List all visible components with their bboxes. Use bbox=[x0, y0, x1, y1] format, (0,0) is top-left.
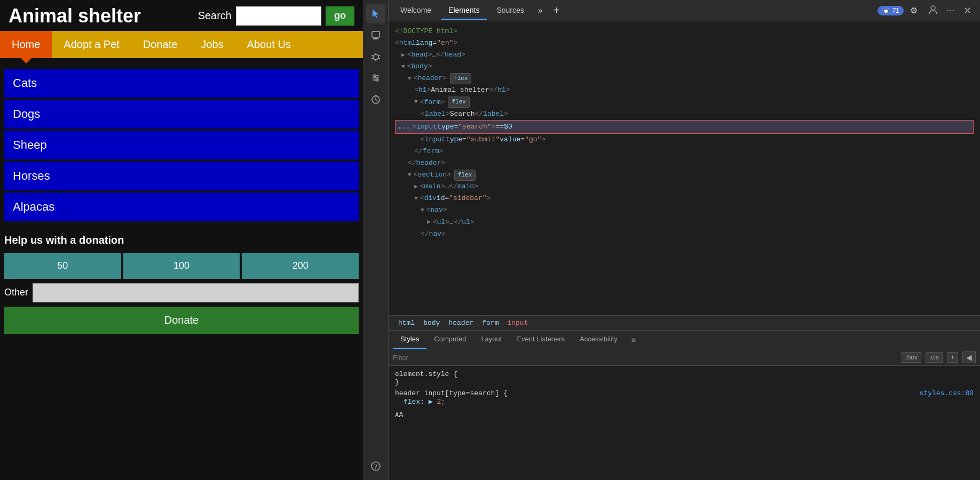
tab-styles[interactable]: Styles bbox=[393, 331, 426, 349]
dom-nav[interactable]: ▼ <nav> bbox=[395, 204, 974, 216]
header-input-flex-prop: flex: ▶ 2; bbox=[395, 397, 974, 406]
header-input-header: header input[type=search] { styles.css:8… bbox=[395, 389, 974, 397]
svg-line-5 bbox=[372, 55, 373, 56]
more-tabs-button[interactable]: » bbox=[534, 4, 547, 18]
svg-text:?: ? bbox=[374, 462, 377, 470]
force-style-button[interactable]: ◀ bbox=[962, 351, 976, 363]
add-style-button[interactable]: + bbox=[947, 352, 958, 363]
add-tab-button[interactable]: + bbox=[549, 2, 564, 19]
donation-200-button[interactable]: 200 bbox=[242, 253, 359, 279]
breadcrumb-form[interactable]: form bbox=[479, 318, 502, 328]
svg-rect-0 bbox=[372, 31, 380, 37]
svg-point-14 bbox=[376, 79, 378, 81]
donate-button[interactable]: Donate bbox=[4, 307, 359, 334]
svg-point-23 bbox=[931, 6, 935, 10]
dom-form[interactable]: ▼ <form> flex bbox=[395, 97, 974, 108]
nav-item-jobs[interactable]: Jobs bbox=[189, 31, 235, 58]
svg-line-8 bbox=[378, 58, 380, 59]
dom-head[interactable]: ▶ <head> … </head> bbox=[395, 49, 974, 61]
nav-item-about[interactable]: About Us bbox=[235, 31, 303, 58]
svg-point-13 bbox=[374, 75, 376, 77]
svg-line-6 bbox=[378, 55, 380, 56]
settings-icon[interactable]: ⚙ bbox=[906, 3, 922, 18]
breadcrumb-header[interactable]: header bbox=[445, 318, 477, 328]
breadcrumb-body[interactable]: body bbox=[420, 318, 443, 328]
dom-input-selected[interactable]: ... <input type="search" > == $0 bbox=[395, 120, 974, 134]
styles-tabs: Styles Computed Layout Event Listeners A… bbox=[389, 331, 980, 349]
tab-computed[interactable]: Computed bbox=[426, 331, 473, 349]
donation-buttons: 50 100 200 bbox=[4, 253, 359, 279]
dom-doctype[interactable]: <!DOCTYPE html> bbox=[395, 26, 974, 37]
dom-input-submit[interactable]: <input type="submit" value="go" > bbox=[395, 134, 974, 146]
dom-tree: <!DOCTYPE html> <html lang="en" > ▶ <hea… bbox=[389, 21, 980, 315]
donation-section: Help us with a donation 50 100 200 Other… bbox=[4, 234, 359, 334]
bug-icon[interactable] bbox=[366, 47, 385, 66]
styles-filter-bar: :hov .cls + ◀ bbox=[389, 349, 980, 366]
devtools-main: Welcome Elements Sources » + 💬 71 ⚙ ⋯ bbox=[389, 0, 980, 480]
donation-50-button[interactable]: 50 bbox=[4, 253, 121, 279]
nav-item-home[interactable]: Home bbox=[0, 31, 52, 58]
dom-label[interactable]: <label> Search </label> bbox=[395, 108, 974, 120]
devtools-panel: ? Welcome Elements Sources » + 💬 71 ⚙ bbox=[363, 0, 980, 480]
help-icon[interactable]: ? bbox=[366, 457, 385, 476]
timer-icon[interactable] bbox=[366, 90, 385, 109]
animal-item-sheep[interactable]: Sheep bbox=[4, 131, 359, 159]
customize-icon[interactable] bbox=[366, 68, 385, 87]
cls-filter-button[interactable]: .cls bbox=[926, 352, 943, 363]
website-panel: Animal shelter Search go Home Adopt a Pe… bbox=[0, 0, 363, 480]
site-header: Animal shelter Search go bbox=[0, 0, 363, 27]
aa-indicator: AA bbox=[395, 410, 974, 419]
inspect-icon[interactable] bbox=[366, 26, 385, 45]
search-submit-button[interactable]: go bbox=[326, 6, 354, 26]
dom-header-close[interactable]: </header> bbox=[395, 157, 974, 169]
dom-body[interactable]: ▼ <body> bbox=[395, 61, 974, 73]
styles-filter-input[interactable] bbox=[393, 354, 897, 362]
dom-html[interactable]: <html lang="en" > bbox=[395, 37, 974, 49]
svg-line-7 bbox=[372, 58, 373, 59]
breadcrumb-bar: html body header form input bbox=[389, 315, 980, 331]
dom-section[interactable]: ▼ <section> flex bbox=[395, 169, 974, 181]
other-label: Other bbox=[4, 287, 28, 298]
nav-item-donate[interactable]: Donate bbox=[131, 31, 189, 58]
svg-point-3 bbox=[373, 54, 378, 60]
close-devtools-button[interactable]: ✕ bbox=[959, 3, 976, 19]
svg-line-17 bbox=[376, 100, 377, 101]
animal-list: Cats Dogs Sheep Horses Alpacas bbox=[4, 69, 359, 221]
tab-elements[interactable]: Elements bbox=[441, 2, 487, 20]
search-input[interactable] bbox=[236, 6, 321, 26]
dom-main[interactable]: ▶ <main> … </main> bbox=[395, 181, 974, 193]
dom-form-close[interactable]: </form> bbox=[395, 146, 974, 157]
cursor-icon[interactable] bbox=[366, 4, 385, 23]
dom-nav-close[interactable]: </nav> bbox=[395, 228, 974, 240]
dom-ul[interactable]: ▶ <ul> … </ul> bbox=[395, 217, 974, 228]
user-icon[interactable] bbox=[924, 3, 942, 19]
nav-item-adopt[interactable]: Adopt a Pet bbox=[52, 31, 131, 58]
breadcrumb-html[interactable]: html bbox=[395, 318, 418, 328]
element-style-close: } bbox=[395, 378, 974, 386]
search-form: Search go bbox=[198, 6, 354, 26]
hov-filter-button[interactable]: :hov bbox=[902, 352, 921, 363]
devtools-sidebar: ? bbox=[363, 0, 389, 480]
dom-div-sidebar[interactable]: ▼ <div id="sidebar" > bbox=[395, 193, 974, 204]
animal-item-horses[interactable]: Horses bbox=[4, 162, 359, 190]
tab-welcome[interactable]: Welcome bbox=[393, 2, 439, 20]
breadcrumb-input[interactable]: input bbox=[504, 318, 531, 328]
tab-accessibility[interactable]: Accessibility bbox=[572, 331, 625, 349]
dom-header[interactable]: ▼ <header> flex bbox=[395, 73, 974, 84]
styles-content: element.style { } header input[type=sear… bbox=[389, 366, 980, 480]
styles-css-link[interactable]: styles.css:80 bbox=[920, 389, 974, 397]
animal-item-cats[interactable]: Cats bbox=[4, 69, 359, 98]
badge-count[interactable]: 💬 71 bbox=[878, 6, 904, 15]
styles-tabs-more[interactable]: » bbox=[627, 331, 641, 349]
other-amount-row: Other bbox=[4, 283, 359, 302]
donation-100-button[interactable]: 100 bbox=[123, 253, 240, 279]
tab-event-listeners[interactable]: Event Listeners bbox=[509, 331, 572, 349]
animal-item-alpacas[interactable]: Alpacas bbox=[4, 193, 359, 221]
tab-layout[interactable]: Layout bbox=[473, 331, 509, 349]
search-label: Search bbox=[198, 10, 232, 22]
tab-sources[interactable]: Sources bbox=[489, 2, 531, 20]
dom-h1[interactable]: <h1> Animal shelter </h1> bbox=[395, 84, 974, 96]
animal-item-dogs[interactable]: Dogs bbox=[4, 100, 359, 129]
overflow-menu-button[interactable]: ⋯ bbox=[944, 3, 957, 18]
other-amount-input[interactable] bbox=[33, 283, 359, 302]
